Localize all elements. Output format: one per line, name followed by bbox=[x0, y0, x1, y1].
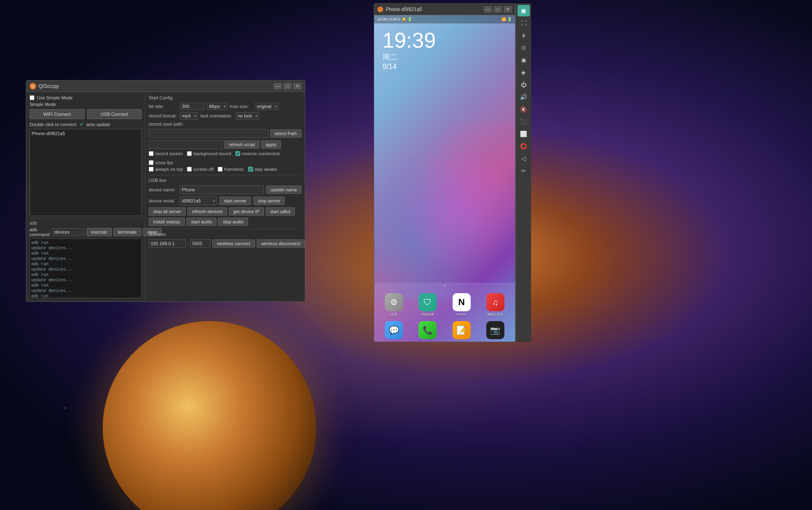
bitrate-unit-select[interactable]: MbpsKbps bbox=[207, 103, 227, 110]
scroll-down-btn[interactable]: ↡ bbox=[518, 30, 530, 41]
wireless-connect-btn[interactable]: wireless connect bbox=[212, 239, 255, 248]
dock-msg-icon[interactable]: 💬 bbox=[378, 321, 409, 339]
settings-icon: ⚙ bbox=[385, 293, 403, 311]
aspect-btn[interactable]: ⬜ bbox=[518, 128, 530, 140]
lock-orientation-select[interactable]: no lock0°90°180° bbox=[236, 112, 259, 119]
script-input[interactable] bbox=[149, 140, 223, 149]
app-icon-settings[interactable]: ⚙ 设置 bbox=[378, 293, 409, 317]
screen-off-checkbox[interactable] bbox=[187, 167, 192, 172]
qt-minimize-btn[interactable]: — bbox=[274, 83, 282, 90]
device-name-row: device name: update name bbox=[149, 185, 301, 194]
usb-connect-btn[interactable]: USB Connect bbox=[87, 109, 142, 119]
record-format-select[interactable]: mp4mkv bbox=[180, 112, 198, 119]
usb-title: USB line bbox=[149, 178, 301, 183]
phone-close-btn[interactable]: ✕ bbox=[504, 6, 512, 13]
background-record-label[interactable]: background record bbox=[187, 151, 231, 156]
stop-all-server-btn[interactable]: stop all server bbox=[149, 207, 186, 216]
update-name-btn[interactable]: update name bbox=[266, 186, 301, 194]
maxsize-select[interactable]: original19201280720 bbox=[255, 103, 278, 110]
wireless-section: Wireless : wireless connect wireless dis… bbox=[149, 229, 301, 248]
app-icon-notion[interactable]: N Notion bbox=[446, 293, 477, 317]
qt-maximize-btn[interactable]: □ bbox=[283, 83, 292, 90]
install-sndcpy-btn[interactable]: install sndcpy bbox=[149, 218, 185, 226]
start-adbd-btn[interactable]: start adbd bbox=[266, 207, 295, 216]
record-screen-label[interactable]: record screen bbox=[149, 151, 183, 156]
eye-btn[interactable]: ◉ bbox=[518, 54, 530, 66]
expand-btn[interactable]: ⛶ bbox=[518, 17, 530, 29]
record-path-input[interactable] bbox=[149, 129, 269, 138]
always-on-top-checkbox[interactable] bbox=[149, 167, 154, 172]
start-server-btn[interactable]: start server bbox=[219, 197, 251, 205]
record-path-label: record save path: bbox=[149, 122, 184, 126]
record-path-wrap: select Path bbox=[149, 129, 301, 138]
wireless-port-input[interactable] bbox=[190, 239, 211, 248]
adb-title: adb bbox=[30, 221, 142, 225]
phone-screen[interactable]: 19:39 | 0.0K/s 🔔 🔋 📶 🔋 19:39 周二 9/14 ^ ⚙… bbox=[374, 15, 515, 342]
phone-mgr-label: 手机管家 bbox=[421, 312, 434, 317]
always-on-top-label[interactable]: always on top bbox=[149, 167, 183, 172]
stay-awake-checkbox[interactable] bbox=[248, 167, 253, 172]
bitrate-row: bit rate: MbpsKbps max size: original192… bbox=[149, 103, 301, 110]
wireless-disconnect-btn[interactable]: wireless disconnect bbox=[257, 239, 305, 248]
log-line: adb run bbox=[31, 283, 140, 288]
qt-close-btn[interactable]: ✕ bbox=[293, 83, 301, 90]
rotate-btn[interactable]: ⬛ bbox=[518, 116, 530, 127]
select-path-btn[interactable]: select Path bbox=[270, 129, 301, 138]
device-name-input[interactable] bbox=[180, 185, 264, 194]
log-line: update devices... bbox=[31, 267, 140, 272]
app-icon-phone-mgr[interactable]: 🛡 手机管家 bbox=[412, 293, 443, 317]
show-fps-checkbox[interactable] bbox=[149, 160, 154, 165]
execute-btn[interactable]: execute bbox=[87, 228, 112, 236]
record-format-label: record format: bbox=[149, 113, 177, 118]
log-line: update devices... bbox=[31, 278, 140, 283]
power-btn[interactable]: ⏻ bbox=[518, 79, 530, 90]
stop-server-btn[interactable]: stop server bbox=[253, 197, 285, 205]
qt-body: Use Simple Mode Simple Mode WIFI Connect… bbox=[26, 92, 305, 301]
reverse-connection-checkbox[interactable] bbox=[235, 151, 240, 156]
call-icon: 📞 bbox=[419, 321, 437, 339]
dock-call-icon[interactable]: 📞 bbox=[412, 321, 443, 339]
qt-window-controls: — □ ✕ bbox=[274, 83, 301, 90]
adb-command-input[interactable] bbox=[52, 228, 85, 236]
vol-down-btn[interactable]: 🔇 bbox=[518, 103, 530, 115]
app-icon-music[interactable]: ♫ 网易云音乐 bbox=[480, 293, 511, 317]
reverse-connection-label[interactable]: reverse connection bbox=[235, 151, 280, 156]
phone-maximize-btn[interactable]: □ bbox=[494, 6, 502, 13]
frameless-checkbox[interactable] bbox=[218, 167, 223, 172]
phone-mgr-icon: 🛡 bbox=[419, 293, 437, 311]
wireless-ip-input[interactable] bbox=[149, 239, 186, 248]
screen-btn[interactable]: ▣ bbox=[518, 5, 530, 16]
screen-off-label[interactable]: screen-off bbox=[187, 167, 214, 172]
wifi-connect-btn[interactable]: WIFI Connect bbox=[30, 109, 85, 119]
dock-cam-icon[interactable]: 📷 bbox=[480, 321, 511, 339]
apply-btn[interactable]: apply bbox=[261, 140, 281, 149]
audio-btns: install sndcpy start audio stop audio bbox=[149, 218, 301, 226]
phone-minimize-btn[interactable]: — bbox=[484, 6, 492, 13]
device-list-item[interactable]: Phone-d5f821a5 bbox=[32, 131, 140, 136]
bitrate-input[interactable] bbox=[180, 103, 205, 110]
device-serial-select[interactable]: d5f821a5 bbox=[180, 196, 217, 205]
maxsize-wrap: original19201280720 bbox=[255, 103, 278, 110]
home-btn[interactable]: ⊙ bbox=[518, 42, 530, 53]
refresh-script-btn[interactable]: refresh script bbox=[224, 140, 260, 149]
show-fps-label[interactable]: show fps bbox=[149, 160, 173, 165]
stop-audio-btn[interactable]: stop audio bbox=[218, 218, 248, 226]
background-record-checkbox[interactable] bbox=[187, 151, 192, 156]
dock-notes-icon[interactable]: 📝 bbox=[446, 321, 477, 339]
scissors-btn[interactable]: ✂ bbox=[518, 165, 530, 177]
log-line: adb run bbox=[31, 272, 140, 278]
refresh-devices-btn[interactable]: refresh devices bbox=[187, 207, 227, 216]
start-audio-btn[interactable]: start audio bbox=[186, 218, 216, 226]
vol-up-btn[interactable]: 🔊 bbox=[518, 91, 530, 103]
record-screen-checkbox[interactable] bbox=[149, 151, 154, 156]
usb-section: USB line device name: update name device… bbox=[149, 175, 301, 228]
get-device-ip-btn[interactable]: get device IP bbox=[229, 207, 264, 216]
filter-btn[interactable]: ◈ bbox=[518, 67, 530, 78]
frameless-label[interactable]: frameless bbox=[218, 167, 244, 172]
terminate-btn[interactable]: terminate bbox=[113, 228, 141, 236]
back-btn[interactable]: ◁ bbox=[518, 153, 530, 164]
circle-btn[interactable]: ⭕ bbox=[518, 140, 530, 152]
simple-mode-checkbox[interactable] bbox=[30, 95, 35, 100]
phone-status-time: 19:39 | 0.0K/s bbox=[377, 17, 400, 21]
stay-awake-label[interactable]: stay awake bbox=[248, 167, 277, 172]
